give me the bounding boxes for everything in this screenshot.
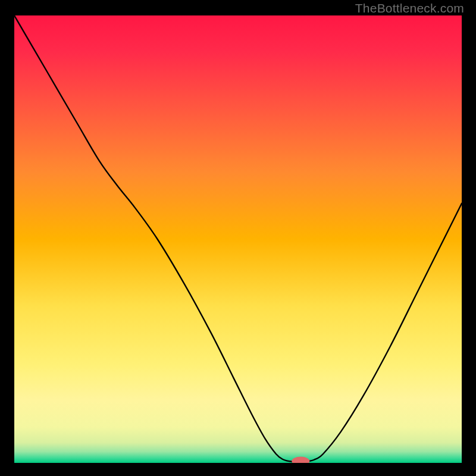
gradient-background xyxy=(14,15,462,463)
chart-plot-area xyxy=(14,15,462,463)
chart-frame: TheBottleneck.com xyxy=(0,0,476,476)
watermark-text: TheBottleneck.com xyxy=(355,1,464,15)
chart-svg xyxy=(14,15,462,463)
